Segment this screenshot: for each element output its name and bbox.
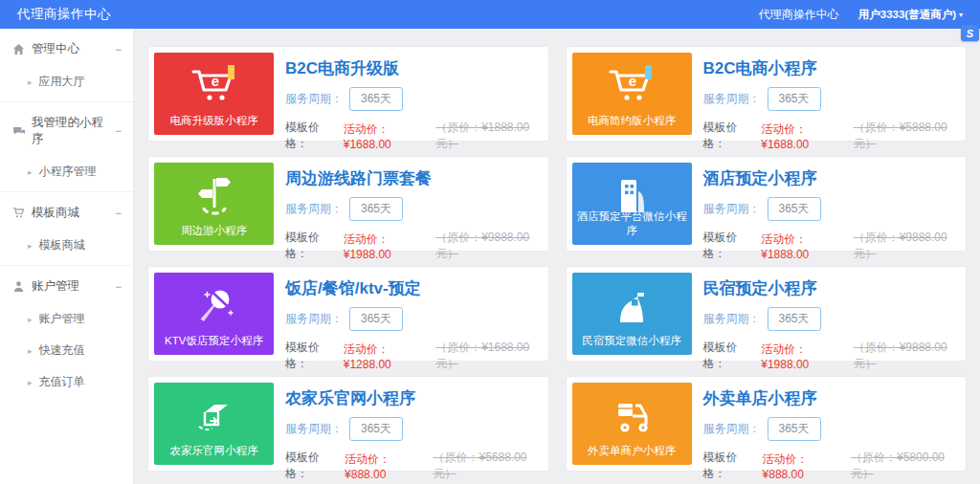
template-price-row: 模板价格： 活动价：¥1288.00 （原价：¥1688.00元） — [285, 340, 543, 372]
sidebar-item-account-management[interactable]: ▸ 账户管理 — [0, 303, 133, 335]
sidebar-group-template-store[interactable]: 模板商城 − — [0, 196, 133, 230]
period-label: 服务周期： — [703, 201, 761, 217]
chevron-down-icon: ▾ — [959, 11, 963, 19]
sidebar-group-management-center[interactable]: 管理中心 − — [0, 33, 133, 66]
original-price: （原价：¥5688.00元） — [433, 450, 542, 482]
period-option[interactable]: 365天 — [349, 197, 403, 221]
caret-right-icon: ▸ — [28, 315, 33, 324]
sidebar-group-label: 模板商城 — [32, 205, 79, 221]
period-option[interactable]: 365天 — [349, 87, 403, 111]
original-price: （原价：¥9888.00元） — [854, 230, 960, 262]
template-tile[interactable]: 周边游小程序 — [154, 163, 274, 245]
template-card: 农家乐官网小程序 农家乐官网小程序 服务周期： 365天 模板价格： 活动价：¥… — [147, 376, 549, 472]
card-title[interactable]: 周边游线路门票套餐 — [285, 167, 543, 189]
homestay-icon — [611, 286, 653, 326]
collapse-minus-icon[interactable]: − — [115, 125, 122, 137]
template-card: 周边游小程序 周边游线路门票套餐 服务周期： 365天 模板价格： 活动价：¥1… — [147, 156, 549, 252]
tile-label: 外卖单商户小程序 — [572, 444, 692, 458]
card-title[interactable]: B2C电商小程序 — [703, 57, 961, 79]
active-price: 活动价：¥1988.00 — [761, 341, 846, 371]
original-price: （原价：¥1688.00元） — [435, 340, 542, 372]
tile-label: 酒店预定平台微信小程序 — [572, 209, 692, 238]
sidebar-item-label: 小程序管理 — [39, 164, 97, 180]
template-card: 民宿预定微信小程序 民宿预定小程序 服务周期： 365天 模板价格： 活动价：¥… — [566, 266, 968, 362]
top-header: 代理商操作中心 代理商操作中心 用户3333(普通商户) ▾ — [0, 0, 980, 29]
card-title[interactable]: B2C电商升级版 — [285, 57, 543, 79]
floating-widget-icon[interactable]: S — [961, 25, 979, 41]
period-option[interactable]: 365天 — [349, 307, 403, 331]
active-price: 活动价：¥1688.00 — [344, 121, 429, 151]
period-option[interactable]: 365天 — [768, 87, 821, 111]
active-price: 活动价：¥888.00 — [763, 451, 844, 481]
template-tile[interactable]: 农家乐官网小程序 — [154, 383, 274, 465]
template-tile[interactable]: 外卖单商户小程序 — [572, 383, 692, 465]
template-price-row: 模板价格： 活动价：¥1988.00 （原价：¥9888.00元） — [703, 340, 961, 372]
original-price: （原价：¥9888.00元） — [854, 340, 960, 372]
user-menu[interactable]: 用户3333(普通商户) ▾ — [858, 8, 963, 22]
tile-label: 农家乐官网小程序 — [154, 444, 274, 458]
caret-right-icon: ▸ — [28, 167, 33, 177]
card-title[interactable]: 农家乐官网小程序 — [285, 387, 543, 409]
sidebar-item-quick-recharge[interactable]: ▸ 快速充值 — [0, 335, 133, 366]
service-period-row: 服务周期： 365天 — [703, 197, 961, 221]
sidebar-item-label: 快速充值 — [39, 342, 85, 359]
scooter-icon — [609, 396, 655, 436]
template-card: KTV饭店预定小程序 饭店/餐馆/ktv-预定 服务周期： 365天 模板价格：… — [147, 266, 549, 362]
tile-label: 电商简约版小程序 — [572, 114, 692, 128]
card-title[interactable]: 饭店/餐馆/ktv-预定 — [285, 277, 543, 299]
sidebar-group-label: 管理中心 — [32, 41, 79, 57]
active-price: 活动价：¥888.00 — [345, 451, 426, 481]
template-card: e 电商升级版小程序 B2C电商升级版 服务周期： 365天 模板价格： 活动价… — [147, 46, 549, 142]
service-period-row: 服务周期： 365天 — [285, 417, 543, 441]
sidebar-item-app-hall[interactable]: ▸ 应用大厅 — [0, 66, 133, 98]
microphone-icon — [192, 285, 236, 327]
service-period-row: 服务周期： 365天 — [285, 307, 543, 331]
card-title[interactable]: 民宿预定小程序 — [703, 277, 961, 299]
sidebar-item-miniprogram-management[interactable]: ▸ 小程序管理 — [0, 156, 133, 187]
template-price-row: 模板价格： 活动价：¥1888.00 （原价：¥9888.00元） — [703, 230, 961, 262]
template-card: 外卖单商户小程序 外卖单店小程序 服务周期： 365天 模板价格： 活动价：¥8… — [566, 376, 968, 472]
template-tile[interactable]: e 电商升级版小程序 — [154, 53, 274, 135]
sidebar-item-label: 应用大厅 — [39, 74, 85, 90]
period-option[interactable]: 365天 — [349, 417, 403, 441]
period-label: 服务周期： — [285, 311, 343, 327]
period-label: 服务周期： — [285, 91, 343, 107]
period-label: 服务周期： — [703, 421, 761, 437]
period-option[interactable]: 365天 — [768, 417, 821, 441]
cart-icon: e — [189, 65, 239, 107]
template-tile[interactable]: 酒店预定平台微信小程序 — [572, 163, 692, 245]
tile-label: 周边游小程序 — [154, 224, 274, 238]
service-period-row: 服务周期： 365天 — [703, 417, 961, 441]
template-price-row: 模板价格： 活动价：¥888.00 （原价：¥5688.00元） — [285, 450, 543, 482]
period-option[interactable]: 365天 — [768, 197, 821, 221]
header-nav-link[interactable]: 代理商操作中心 — [759, 7, 839, 23]
service-period-row: 服务周期： 365天 — [285, 87, 543, 111]
active-price: 活动价：¥1888.00 — [761, 231, 846, 261]
sidebar-divider — [0, 101, 133, 102]
caret-right-icon: ▸ — [28, 77, 33, 87]
template-card-grid: e 电商升级版小程序 B2C电商升级版 服务周期： 365天 模板价格： 活动价… — [134, 29, 980, 484]
widget-glyph: S — [967, 28, 973, 39]
price-label: 模板价格： — [703, 120, 756, 152]
collapse-minus-icon[interactable]: − — [115, 281, 122, 293]
sidebar-group-my-miniprograms[interactable]: 我管理的小程序 − — [0, 106, 133, 156]
caret-right-icon: ▸ — [28, 378, 33, 387]
collapse-minus-icon[interactable]: − — [115, 44, 122, 55]
card-title[interactable]: 酒店预定小程序 — [703, 167, 961, 189]
sidebar-item-recharge-orders[interactable]: ▸ 充值订单 — [0, 366, 133, 398]
template-card: e 电商简约版小程序 B2C电商小程序 服务周期： 365天 模板价格： 活动价… — [566, 46, 968, 142]
sidebar: 管理中心 − ▸ 应用大厅 我管理的小程序 − ▸ 小程序管理 模板商城 − ▸… — [0, 29, 134, 484]
sidebar-item-template-store[interactable]: ▸ 模板商城 — [0, 230, 133, 261]
period-label: 服务周期： — [703, 311, 761, 327]
collapse-minus-icon[interactable]: − — [115, 208, 122, 219]
original-price: （原价：¥5800.00元） — [851, 450, 960, 482]
template-tile[interactable]: KTV饭店预定小程序 — [154, 273, 274, 355]
template-tile[interactable]: e 电商简约版小程序 — [572, 53, 692, 135]
tile-label: 电商升级版小程序 — [154, 114, 274, 128]
card-title[interactable]: 外卖单店小程序 — [703, 387, 961, 409]
sidebar-group-account-management[interactable]: 账户管理 − — [0, 270, 133, 303]
template-tile[interactable]: 民宿预定微信小程序 — [572, 273, 692, 355]
app-title: 代理商操作中心 — [17, 6, 111, 23]
template-price-row: 模板价格： 活动价：¥888.00 （原价：¥5800.00元） — [703, 450, 961, 482]
period-option[interactable]: 365天 — [768, 307, 821, 331]
